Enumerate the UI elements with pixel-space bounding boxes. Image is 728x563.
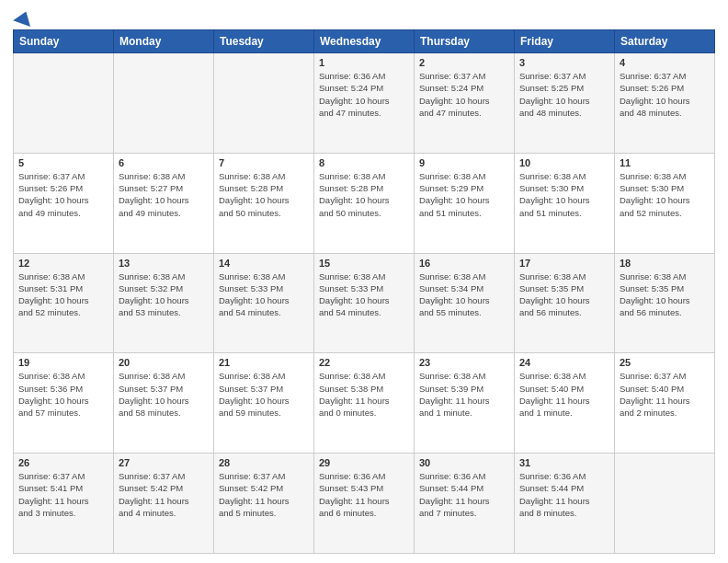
day-number: 28 (219, 457, 309, 468)
day-number: 24 (519, 357, 609, 368)
logo-triangle-icon (13, 8, 35, 27)
calendar-cell: 21Sunrise: 6:38 AM Sunset: 5:37 PM Dayli… (214, 353, 314, 454)
calendar-cell: 8Sunrise: 6:38 AM Sunset: 5:28 PM Daylig… (314, 153, 415, 253)
calendar-cell: 22Sunrise: 6:38 AM Sunset: 5:38 PM Dayli… (314, 353, 415, 454)
day-header-saturday: Saturday (615, 30, 715, 53)
calendar-cell: 11Sunrise: 6:38 AM Sunset: 5:30 PM Dayli… (615, 153, 715, 253)
calendar-cell: 23Sunrise: 6:38 AM Sunset: 5:39 PM Dayli… (415, 353, 515, 454)
day-header-wednesday: Wednesday (314, 30, 415, 53)
calendar-cell: 25Sunrise: 6:37 AM Sunset: 5:40 PM Dayli… (615, 353, 715, 454)
calendar-cell: 3Sunrise: 6:37 AM Sunset: 5:25 PM Daylig… (515, 53, 615, 154)
calendar-cell: 7Sunrise: 6:38 AM Sunset: 5:28 PM Daylig… (214, 153, 314, 253)
day-number: 7 (219, 157, 309, 168)
day-number: 15 (319, 258, 409, 269)
day-number: 16 (419, 258, 509, 269)
day-info: Sunrise: 6:38 AM Sunset: 5:31 PM Dayligh… (18, 270, 108, 319)
calendar-cell: 28Sunrise: 6:37 AM Sunset: 5:42 PM Dayli… (214, 454, 314, 554)
day-info: Sunrise: 6:37 AM Sunset: 5:24 PM Dayligh… (419, 70, 509, 119)
day-info: Sunrise: 6:37 AM Sunset: 5:26 PM Dayligh… (18, 170, 108, 219)
day-number: 27 (119, 457, 209, 468)
calendar-cell: 31Sunrise: 6:36 AM Sunset: 5:44 PM Dayli… (515, 454, 615, 554)
day-info: Sunrise: 6:38 AM Sunset: 5:37 PM Dayligh… (219, 370, 309, 419)
day-info: Sunrise: 6:36 AM Sunset: 5:44 PM Dayligh… (519, 470, 609, 519)
day-info: Sunrise: 6:38 AM Sunset: 5:28 PM Dayligh… (219, 170, 309, 219)
day-info: Sunrise: 6:37 AM Sunset: 5:42 PM Dayligh… (219, 470, 309, 519)
day-header-monday: Monday (114, 30, 214, 53)
calendar-cell: 1Sunrise: 6:36 AM Sunset: 5:24 PM Daylig… (314, 53, 415, 154)
calendar-cell: 9Sunrise: 6:38 AM Sunset: 5:29 PM Daylig… (415, 153, 515, 253)
calendar-cell: 20Sunrise: 6:38 AM Sunset: 5:37 PM Dayli… (114, 353, 214, 454)
day-number: 18 (620, 258, 710, 269)
day-number: 12 (18, 258, 108, 269)
day-info: Sunrise: 6:38 AM Sunset: 5:27 PM Dayligh… (119, 170, 209, 219)
calendar-cell: 29Sunrise: 6:36 AM Sunset: 5:43 PM Dayli… (314, 454, 415, 554)
day-info: Sunrise: 6:36 AM Sunset: 5:43 PM Dayligh… (319, 470, 409, 519)
day-number: 5 (18, 157, 108, 168)
day-header-tuesday: Tuesday (214, 30, 314, 53)
calendar-cell (214, 53, 314, 154)
day-number: 23 (419, 357, 509, 368)
week-row: 5Sunrise: 6:37 AM Sunset: 5:26 PM Daylig… (14, 153, 715, 253)
day-info: Sunrise: 6:37 AM Sunset: 5:26 PM Dayligh… (620, 70, 710, 119)
day-info: Sunrise: 6:38 AM Sunset: 5:30 PM Dayligh… (519, 170, 609, 219)
logo (13, 11, 33, 24)
day-number: 26 (18, 457, 108, 468)
day-number: 9 (419, 157, 509, 168)
week-row: 26Sunrise: 6:37 AM Sunset: 5:41 PM Dayli… (14, 454, 715, 554)
calendar-cell: 5Sunrise: 6:37 AM Sunset: 5:26 PM Daylig… (14, 153, 114, 253)
calendar-cell: 26Sunrise: 6:37 AM Sunset: 5:41 PM Dayli… (14, 454, 114, 554)
calendar-cell: 4Sunrise: 6:37 AM Sunset: 5:26 PM Daylig… (615, 53, 715, 154)
calendar-cell: 18Sunrise: 6:38 AM Sunset: 5:35 PM Dayli… (615, 253, 715, 353)
calendar-cell: 14Sunrise: 6:38 AM Sunset: 5:33 PM Dayli… (214, 253, 314, 353)
day-number: 20 (119, 357, 209, 368)
day-info: Sunrise: 6:36 AM Sunset: 5:44 PM Dayligh… (419, 470, 509, 519)
day-number: 21 (219, 357, 309, 368)
calendar-cell: 27Sunrise: 6:37 AM Sunset: 5:42 PM Dayli… (114, 454, 214, 554)
calendar-cell: 15Sunrise: 6:38 AM Sunset: 5:33 PM Dayli… (314, 253, 415, 353)
day-info: Sunrise: 6:38 AM Sunset: 5:36 PM Dayligh… (18, 370, 108, 419)
day-info: Sunrise: 6:37 AM Sunset: 5:42 PM Dayligh… (119, 470, 209, 519)
calendar-cell: 30Sunrise: 6:36 AM Sunset: 5:44 PM Dayli… (415, 454, 515, 554)
day-number: 4 (620, 57, 710, 68)
day-info: Sunrise: 6:38 AM Sunset: 5:39 PM Dayligh… (419, 370, 509, 419)
header (13, 11, 715, 24)
day-info: Sunrise: 6:38 AM Sunset: 5:40 PM Dayligh… (519, 370, 609, 419)
calendar-cell: 24Sunrise: 6:38 AM Sunset: 5:40 PM Dayli… (515, 353, 615, 454)
week-row: 12Sunrise: 6:38 AM Sunset: 5:31 PM Dayli… (14, 253, 715, 353)
day-info: Sunrise: 6:38 AM Sunset: 5:33 PM Dayligh… (319, 270, 409, 319)
day-info: Sunrise: 6:38 AM Sunset: 5:30 PM Dayligh… (620, 170, 710, 219)
day-header-thursday: Thursday (415, 30, 515, 53)
day-info: Sunrise: 6:38 AM Sunset: 5:28 PM Dayligh… (319, 170, 409, 219)
calendar-cell: 16Sunrise: 6:38 AM Sunset: 5:34 PM Dayli… (415, 253, 515, 353)
day-info: Sunrise: 6:38 AM Sunset: 5:29 PM Dayligh… (419, 170, 509, 219)
day-info: Sunrise: 6:38 AM Sunset: 5:37 PM Dayligh… (119, 370, 209, 419)
calendar-cell: 10Sunrise: 6:38 AM Sunset: 5:30 PM Dayli… (515, 153, 615, 253)
day-number: 3 (519, 57, 609, 68)
day-info: Sunrise: 6:36 AM Sunset: 5:24 PM Dayligh… (319, 70, 409, 119)
day-number: 22 (319, 357, 409, 368)
day-info: Sunrise: 6:37 AM Sunset: 5:41 PM Dayligh… (18, 470, 108, 519)
calendar-cell (615, 454, 715, 554)
calendar-cell: 19Sunrise: 6:38 AM Sunset: 5:36 PM Dayli… (14, 353, 114, 454)
day-header-friday: Friday (515, 30, 615, 53)
day-number: 14 (219, 258, 309, 269)
calendar-cell: 12Sunrise: 6:38 AM Sunset: 5:31 PM Dayli… (14, 253, 114, 353)
day-number: 6 (119, 157, 209, 168)
calendar-cell: 6Sunrise: 6:38 AM Sunset: 5:27 PM Daylig… (114, 153, 214, 253)
day-number: 29 (319, 457, 409, 468)
day-number: 10 (519, 157, 609, 168)
page: SundayMondayTuesdayWednesdayThursdayFrid… (0, 0, 728, 563)
day-number: 30 (419, 457, 509, 468)
day-number: 31 (519, 457, 609, 468)
day-number: 13 (119, 258, 209, 269)
day-info: Sunrise: 6:38 AM Sunset: 5:35 PM Dayligh… (519, 270, 609, 319)
day-info: Sunrise: 6:38 AM Sunset: 5:32 PM Dayligh… (119, 270, 209, 319)
week-row: 19Sunrise: 6:38 AM Sunset: 5:36 PM Dayli… (14, 353, 715, 454)
day-number: 2 (419, 57, 509, 68)
calendar-cell (14, 53, 114, 154)
calendar-cell: 17Sunrise: 6:38 AM Sunset: 5:35 PM Dayli… (515, 253, 615, 353)
day-info: Sunrise: 6:38 AM Sunset: 5:33 PM Dayligh… (219, 270, 309, 319)
day-number: 25 (620, 357, 710, 368)
day-info: Sunrise: 6:38 AM Sunset: 5:38 PM Dayligh… (319, 370, 409, 419)
day-number: 8 (319, 157, 409, 168)
